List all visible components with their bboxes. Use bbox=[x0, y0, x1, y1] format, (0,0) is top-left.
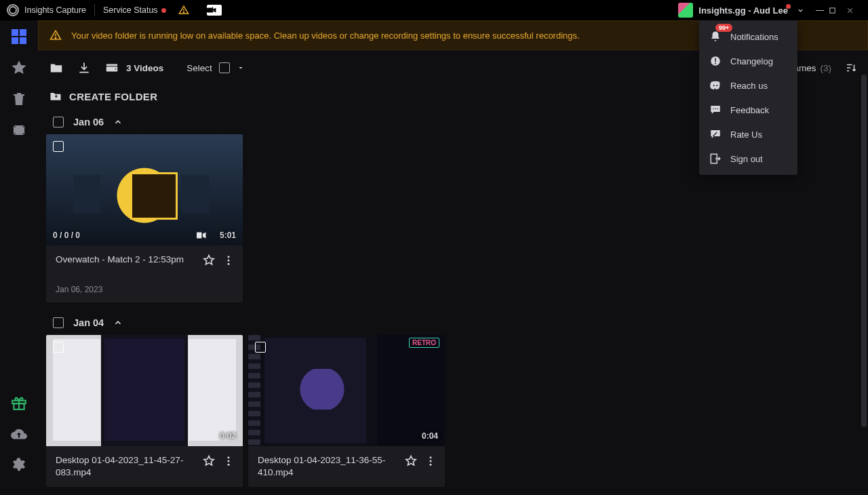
select-label: Select bbox=[186, 63, 212, 73]
maximize-button[interactable] bbox=[829, 7, 846, 14]
svg-point-25 bbox=[430, 456, 432, 458]
svg-point-31 bbox=[713, 85, 715, 86]
video-stats: 0 / 0 / 0 bbox=[53, 231, 80, 240]
svg-point-11 bbox=[55, 37, 56, 39]
video-card[interactable]: 0:02 Desktop 01-04-2023_11-45-27-083.mp4 bbox=[46, 335, 243, 487]
clip-indicator-icon bbox=[197, 231, 209, 240]
video-count: 3 Videos bbox=[126, 63, 163, 73]
changelog-icon bbox=[709, 54, 722, 68]
menu-feedback[interactable]: Feedback bbox=[699, 98, 797, 122]
svg-point-26 bbox=[430, 460, 432, 462]
feedback-icon bbox=[709, 103, 722, 117]
svg-point-19 bbox=[228, 256, 230, 258]
warning-icon bbox=[50, 29, 62, 41]
user-name[interactable]: Insights.gg - Aud Lee bbox=[698, 5, 788, 16]
select-dropdown-icon[interactable] bbox=[237, 64, 245, 72]
sidebar-library-icon[interactable] bbox=[9, 27, 28, 46]
video-thumbnail[interactable]: 0 / 0 / 0 5:01 bbox=[46, 134, 243, 245]
more-icon[interactable] bbox=[425, 455, 437, 467]
svg-point-23 bbox=[228, 460, 230, 462]
banner-text: Your video folder is running low on avai… bbox=[71, 31, 580, 41]
svg-point-32 bbox=[716, 85, 717, 86]
sidebar-trash-icon[interactable] bbox=[9, 90, 28, 108]
svg-rect-3 bbox=[830, 7, 835, 12]
app-name: Insights Capture bbox=[24, 5, 86, 15]
video-checkbox[interactable] bbox=[53, 342, 64, 353]
svg-point-24 bbox=[228, 464, 230, 466]
menu-notifications[interactable]: Notifications bbox=[699, 24, 797, 49]
svg-rect-18 bbox=[197, 233, 202, 239]
more-icon[interactable] bbox=[222, 254, 235, 266]
star-icon[interactable] bbox=[202, 454, 216, 468]
video-duration: 0:02 bbox=[220, 431, 236, 441]
sidebar-clips-icon[interactable] bbox=[9, 121, 28, 140]
svg-point-20 bbox=[228, 260, 230, 262]
status-dot-icon bbox=[161, 8, 166, 13]
video-title: Desktop 01-04-2023_11-36-55-410.mp4 bbox=[258, 454, 399, 479]
titlebar: Insights Capture Service Status + Insigh… bbox=[0, 0, 868, 20]
svg-point-21 bbox=[228, 263, 230, 265]
group-date: Jan 06 bbox=[73, 117, 104, 127]
avatar[interactable] bbox=[678, 3, 693, 18]
chevron-up-icon[interactable] bbox=[113, 117, 123, 127]
video-title: Overwatch - Match 2 - 12:53pm bbox=[56, 254, 197, 278]
svg-point-33 bbox=[713, 108, 714, 110]
video-duration: 0:04 bbox=[422, 431, 438, 441]
video-card[interactable]: RETRO 0:04 Desktop 01-04-2023_11-36-55-4… bbox=[248, 335, 445, 487]
group-checkbox[interactable] bbox=[53, 317, 64, 328]
video-title: Desktop 01-04-2023_11-45-27-083.mp4 bbox=[56, 454, 197, 479]
group-checkbox[interactable] bbox=[53, 117, 64, 127]
app-logo-icon bbox=[7, 4, 19, 16]
sidebar bbox=[0, 20, 38, 495]
bell-icon bbox=[709, 30, 722, 43]
user-status-dot-icon bbox=[786, 4, 791, 9]
menu-rate-us[interactable]: Rate Us bbox=[699, 122, 797, 146]
drive-icon[interactable]: 3 Videos bbox=[104, 60, 163, 75]
svg-rect-29 bbox=[715, 58, 716, 62]
chevron-down-icon[interactable] bbox=[797, 7, 804, 14]
video-checkbox[interactable] bbox=[255, 342, 266, 353]
svg-rect-13 bbox=[106, 64, 118, 66]
service-status-label[interactable]: Service Status bbox=[103, 5, 158, 15]
svg-point-27 bbox=[430, 464, 432, 466]
sidebar-gift-icon[interactable] bbox=[9, 393, 28, 412]
video-thumbnail[interactable]: RETRO 0:04 bbox=[248, 335, 445, 446]
create-folder-icon bbox=[49, 90, 62, 103]
warning-icon[interactable] bbox=[178, 5, 189, 16]
menu-reach-us[interactable]: Reach us bbox=[699, 73, 797, 98]
discord-icon bbox=[709, 79, 722, 92]
user-dropdown: 99+ Notifications Changelog Reach us Fee… bbox=[699, 20, 797, 175]
svg-point-22 bbox=[228, 456, 230, 458]
svg-point-14 bbox=[115, 68, 117, 70]
svg-point-34 bbox=[715, 108, 716, 110]
menu-sign-out[interactable]: Sign out bbox=[699, 146, 797, 171]
sort-icon[interactable] bbox=[845, 62, 857, 74]
chevron-up-icon[interactable] bbox=[113, 318, 123, 328]
sidebar-settings-icon[interactable] bbox=[9, 456, 28, 475]
close-button[interactable] bbox=[846, 7, 864, 14]
svg-point-30 bbox=[715, 63, 716, 64]
more-icon[interactable] bbox=[222, 455, 235, 467]
svg-point-1 bbox=[183, 12, 184, 13]
video-duration: 5:01 bbox=[220, 231, 236, 240]
video-date: Jan 06, 2023 bbox=[56, 285, 235, 294]
star-icon[interactable] bbox=[202, 254, 216, 267]
svg-point-35 bbox=[717, 108, 718, 110]
video-card[interactable]: 0 / 0 / 0 5:01 Overwatch - Match 2 - 12:… bbox=[46, 134, 243, 302]
record-icon[interactable]: + bbox=[207, 5, 222, 16]
rate-icon bbox=[709, 127, 722, 141]
notification-badge: 99+ bbox=[715, 24, 732, 32]
date-group-header[interactable]: Jan 04 bbox=[38, 313, 868, 332]
sign-out-icon bbox=[709, 152, 722, 165]
star-icon[interactable] bbox=[404, 454, 418, 468]
download-icon[interactable] bbox=[77, 61, 91, 75]
scrollbar[interactable] bbox=[861, 75, 867, 427]
sidebar-upload-icon[interactable] bbox=[9, 424, 28, 443]
folder-icon[interactable] bbox=[49, 60, 64, 75]
video-thumbnail[interactable]: 0:02 bbox=[46, 335, 243, 446]
minimize-button[interactable]: — bbox=[811, 5, 829, 15]
sidebar-star-icon[interactable] bbox=[9, 58, 28, 77]
select-all-checkbox[interactable] bbox=[219, 62, 230, 73]
video-checkbox[interactable] bbox=[53, 141, 64, 152]
menu-changelog[interactable]: Changelog bbox=[699, 49, 797, 73]
